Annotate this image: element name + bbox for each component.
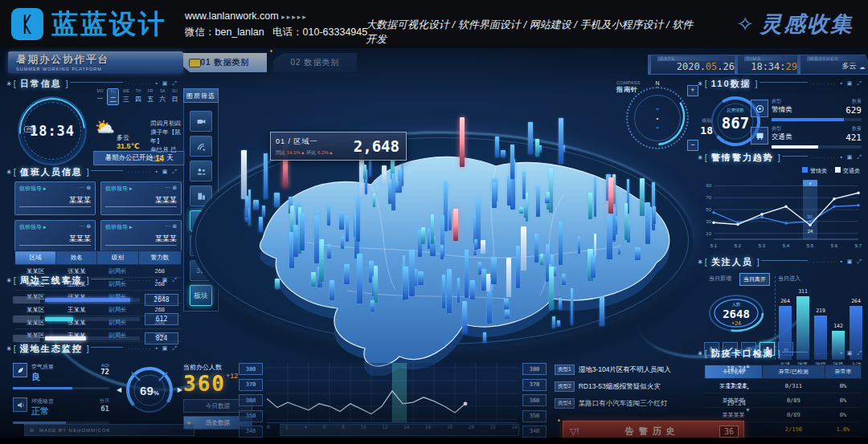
panel-title: 警情警力趋势 (711, 152, 774, 164)
panel-window-controls[interactable]: ▪ ▣ ⤢ (155, 80, 178, 87)
svg-text:5.1: 5.1 (710, 243, 718, 248)
logo[interactable]: ᛕ 蓝蓝设计 (11, 6, 167, 43)
gauge-arrow-left[interactable]: ◀ (117, 386, 121, 393)
panel-trend: ✳[警情警力趋势]·······▪ ▣ ⤢ 警情类交通类 9070503010∨… (698, 151, 863, 254)
duty-card[interactable]: 值班领导 ▸··· ⊗某某某 (14, 181, 96, 215)
data-column (640, 178, 645, 216)
office-chart (267, 363, 518, 423)
duty-col-header[interactable]: 姓名 (56, 251, 97, 265)
noise-icon (16, 401, 25, 409)
data-column (559, 222, 563, 265)
week-day[interactable]: SU日 (170, 88, 180, 105)
gauge-arrow-right[interactable]: ▶ (178, 386, 182, 393)
arrows-decor: ▸▸▸▸▸ (281, 13, 308, 21)
data-column (403, 267, 408, 299)
legend-item[interactable]: 警情类 (802, 167, 827, 175)
platform-title-plate: 暑期办公协作平台 SUMMER WORKING PLATFORM (8, 51, 183, 73)
duty-col-header[interactable]: 警力数 (138, 251, 181, 265)
footer-strip (280, 424, 519, 436)
data110-row: 类型交通类数量421 (772, 125, 862, 149)
eco-metric: 环境噪音正常分贝61 (13, 397, 109, 424)
panel-window-controls[interactable]: ▪ ▣ ⤢ (155, 169, 178, 175)
panel-title: 湿地生态监控 (20, 343, 83, 355)
yaxis-value-box: 360 (239, 394, 263, 406)
data-column (409, 250, 415, 296)
warning-triangle-icon: ▽! (570, 426, 579, 437)
data-column (578, 236, 580, 254)
svg-text:70: 70 (706, 195, 711, 200)
data-column (526, 193, 528, 222)
data-column (465, 250, 469, 298)
week-day[interactable]: TU二 (107, 88, 119, 105)
tgt-icon (755, 104, 765, 114)
legend-item[interactable]: 交通类 (835, 167, 860, 175)
attention-ring: 人数 2648 +24 (707, 291, 765, 336)
date-box: DATE 2020.05.26 (648, 55, 743, 75)
attention-tab[interactable]: 当日新增 (706, 273, 735, 286)
panel-window-controls[interactable]: ▪ ▣ ⤢ (840, 80, 863, 87)
alarm-row[interactable]: 类型2RD13-53烟感报警疑似火灾17:24 (555, 380, 751, 393)
data-column (371, 300, 375, 312)
panel-window-controls[interactable]: ▪ ▣ ⤢ (155, 345, 178, 352)
clock-widget: PM 18:34 (18, 96, 87, 165)
panel-window-controls[interactable]: ▪ ▣ ⤢ (840, 350, 863, 356)
checkpoint-col-header[interactable]: 异常率 (825, 365, 861, 379)
panel-title: 防疫卡口检测 (711, 348, 774, 360)
alarm-time: 19:24 (727, 400, 746, 407)
yaxis-value-box: 380 (239, 363, 263, 375)
attention-tab[interactable]: 当日离开 (739, 273, 770, 286)
sparkle-icon: ✧ (736, 12, 754, 37)
week-day[interactable]: FR五 (145, 88, 156, 105)
tab-data-category-2[interactable]: 02 数据类别 (273, 53, 357, 72)
redacted-label (13, 335, 40, 342)
scroll-up-icon[interactable]: ▲ (745, 363, 751, 369)
data-column (440, 245, 444, 259)
brand-right[interactable]: ✧ 灵感收集 (736, 10, 854, 39)
data-column (562, 274, 566, 285)
panel-window-controls[interactable]: ▪ ▣ ⤢ (840, 154, 863, 161)
data-column (418, 271, 424, 285)
website-link[interactable]: www.lanlanwork.com (185, 10, 279, 22)
data-column (534, 234, 538, 263)
scroll-down-icon[interactable]: ▼ (745, 407, 751, 413)
duty-col-header[interactable]: 级别 (97, 251, 138, 265)
temperature: 31.5℃ (117, 142, 139, 150)
data-column (314, 215, 319, 263)
week-day[interactable]: SA六 (158, 88, 168, 105)
site-banner: ᛕ 蓝蓝设计 www.lanlanwork.com ▸▸▸▸▸ 微信：ben_l… (0, 0, 868, 48)
panel-window-controls[interactable]: ▪ ▣ ⤢ (840, 259, 863, 265)
alarm-text: 某路口有小汽车连闯三个红灯 (579, 399, 722, 409)
compass-dial: N ⌃•⌄ + − 级别18 (626, 87, 689, 149)
data-column (588, 193, 592, 219)
data-column (245, 196, 248, 218)
zoom-out-button[interactable]: − (687, 140, 698, 151)
duty-card[interactable]: 值班领导 ▸··· ⊗某某某 (14, 220, 96, 254)
alarm-type-badge: 类型1 (555, 365, 575, 375)
week-day[interactable]: TH四 (133, 88, 143, 105)
duty-col-header[interactable]: 区域 (15, 251, 56, 265)
data-column (357, 254, 362, 303)
checkpoint-col-header[interactable]: 异常/已检测 (762, 365, 825, 379)
alarm-time: 17:24 (727, 383, 746, 390)
svg-text:50: 50 (706, 207, 711, 212)
alarm-type-badge: 类型4 (555, 398, 575, 409)
scroll-thumb[interactable]: • (747, 385, 748, 391)
data-column (382, 165, 387, 185)
panel-decor: ✳ (698, 259, 703, 266)
alarm-row[interactable]: 类型1湿地3-104片区有不明人员闯入18:24 (555, 363, 751, 377)
tab-data-category-1[interactable]: 01 数据类别 (183, 53, 267, 72)
alarm-row[interactable]: 类型4某路口有小汽车连闯三个红灯19:24 (555, 397, 751, 410)
alarm-time: 18:24 (727, 366, 746, 373)
svg-text:90: 90 (706, 183, 711, 188)
panel-window-controls[interactable]: ▪ ▣ ⤢ (155, 277, 178, 283)
week-day[interactable]: MO一 (95, 88, 105, 105)
data-column (549, 267, 554, 310)
zoom-in-button[interactable]: + (687, 85, 698, 96)
brand-right-text: 灵感收集 (760, 10, 854, 39)
data-column (442, 275, 445, 308)
duty-card[interactable]: 值班领导 ▸··· ⊗某某某 (100, 181, 182, 215)
alarm-list: 类型1湿地3-104片区有不明人员闯入18:24类型2RD13-53烟感报警疑似… (555, 363, 751, 413)
week-day[interactable]: WE三 (121, 88, 131, 105)
data-column (346, 215, 349, 242)
duty-card[interactable]: 值班领导 ▸··· ⊗某某某 (100, 220, 182, 254)
